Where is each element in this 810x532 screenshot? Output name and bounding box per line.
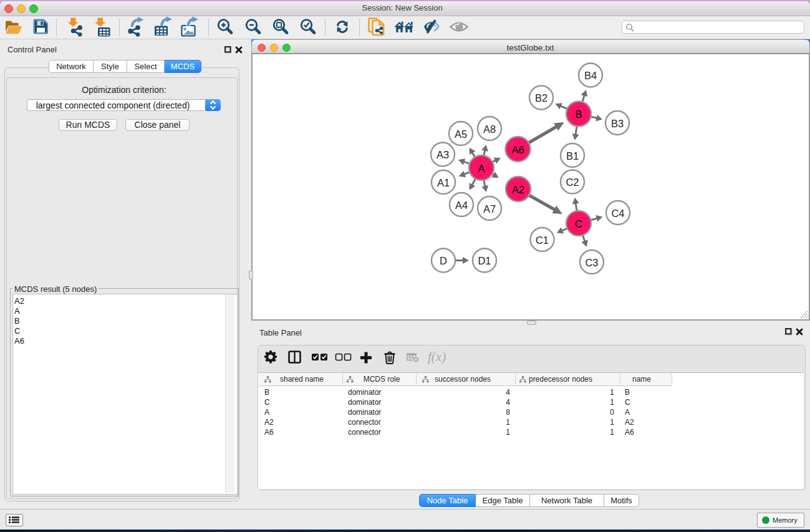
svg-text:C3: C3 (585, 257, 598, 268)
svg-text:B2: B2 (535, 92, 547, 104)
svg-text:D1: D1 (478, 255, 491, 266)
svg-text:C4: C4 (611, 208, 624, 219)
svg-text:A7: A7 (483, 203, 496, 215)
svg-text:A2: A2 (512, 184, 524, 195)
svg-text:B4: B4 (584, 70, 597, 81)
svg-text:C: C (575, 218, 582, 230)
svg-text:D: D (440, 255, 447, 266)
svg-text:A8: A8 (483, 123, 496, 135)
svg-text:B1: B1 (566, 150, 579, 162)
svg-text:A6: A6 (511, 144, 524, 155)
svg-text:A3: A3 (436, 149, 449, 160)
svg-text:A: A (478, 163, 485, 174)
svg-text:A5: A5 (455, 128, 467, 140)
svg-text:f(x): f(x) (428, 349, 446, 364)
svg-text:B: B (575, 109, 582, 120)
svg-text:A1: A1 (437, 177, 450, 188)
svg-text:B3: B3 (611, 118, 624, 129)
svg-text:C2: C2 (566, 177, 579, 188)
svg-text:C1: C1 (536, 235, 549, 246)
svg-text:A4: A4 (455, 200, 468, 211)
